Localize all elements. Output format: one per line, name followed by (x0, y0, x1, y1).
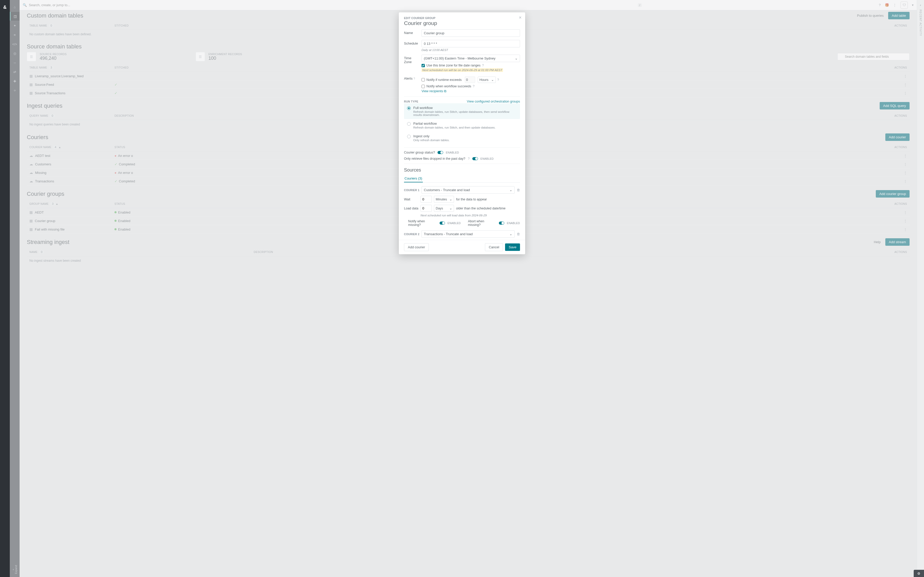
tail-text: older than the scheduled date/time (456, 206, 506, 210)
cancel-button[interactable]: Cancel (485, 243, 503, 251)
view-orch-link[interactable]: View configured orchestration groups (467, 100, 520, 103)
toggle-state: ENABLED (481, 157, 494, 160)
couriers-tab[interactable]: Couriers (3) (404, 175, 423, 182)
courier-2-block: COURIER 2 Transactions - Truncate and lo… (404, 230, 520, 238)
courier-label: COURIER 2 (404, 233, 420, 236)
toggle-label: Notify when missing? (408, 219, 437, 227)
chevron-down-icon: ⌄ (491, 78, 494, 82)
name-label: Name (404, 29, 418, 35)
alerts-label: Alerts ? (404, 75, 418, 81)
notify-success-checkbox[interactable] (422, 85, 425, 88)
select-value: Customers - Truncate and load (424, 188, 470, 192)
load-unit-select[interactable]: Days⌄ (434, 205, 454, 212)
chevron-down-icon: ⌄ (509, 188, 512, 192)
timezone-label: Time Zone (404, 55, 418, 64)
chevron-down-icon: ⌄ (509, 232, 512, 236)
toggle-label: Only retrieve files dropped in the past … (404, 157, 465, 161)
select-value: (GMT+11:00) Eastern Time - Melbourne Syd… (424, 56, 496, 60)
courier-1-select[interactable]: Customers - Truncate and load ⌄ (422, 186, 515, 194)
radio-desc: Only refresh domain tables. (413, 139, 450, 142)
courier-2-select[interactable]: Transactions - Truncate and load ⌄ (422, 230, 515, 238)
chevron-down-icon: ⌄ (449, 206, 452, 210)
select-value: Minutes (436, 198, 447, 201)
external-icon: ⧉ (444, 89, 446, 93)
wait-unit-select[interactable]: Minutes⌄ (434, 196, 454, 203)
help-icon[interactable]: ? (468, 157, 470, 161)
radio-desc: Refresh domain tables, run Stitch, updat… (413, 110, 517, 116)
help-icon[interactable]: ? (498, 78, 499, 82)
checkbox-label: Notify if runtime exceeds (426, 78, 462, 82)
radio-icon (407, 135, 411, 138)
schedule-help: Daily at 13:00 AEST (422, 48, 520, 52)
toggle-label: Abort when missing? (468, 219, 496, 227)
load-input[interactable] (420, 205, 432, 212)
chevron-down-icon: ⌄ (449, 197, 452, 201)
use-tz-checkbox[interactable] (422, 64, 425, 67)
hours-unit-select[interactable]: Hours⌄ (478, 76, 496, 83)
wait-label: Wait (404, 198, 418, 201)
abort-missing-toggle[interactable] (499, 221, 504, 225)
modal-eyebrow: EDIT COURIER GROUP (404, 16, 520, 19)
trash-icon[interactable]: 🗑 (517, 188, 520, 192)
modal-backdrop: EDIT COURIER GROUP Courier group × Name … (0, 0, 924, 577)
radio-title: Full workflow (413, 106, 517, 110)
courier-label: COURIER 1 (404, 189, 420, 192)
notify-missing-toggle[interactable] (439, 221, 445, 225)
wait-input[interactable] (420, 196, 432, 203)
select-value: Transactions - Truncate and load (424, 232, 473, 236)
run-type-partial[interactable]: Partial workflow Refresh domain tables, … (404, 119, 520, 132)
modal-title: Courier group (404, 20, 520, 26)
run-type-ingest[interactable]: Ingest only Only refresh domain tables. (404, 132, 520, 144)
tail-text: for the data to appear (456, 198, 487, 201)
radio-title: Ingest only (413, 134, 450, 138)
save-button[interactable]: Save (505, 243, 520, 251)
courier-1-block: COURIER 1 Customers - Truncate and load … (404, 186, 520, 227)
schedule-label: Schedule (404, 40, 418, 45)
view-recipients-link[interactable]: View recipients ⧉ (422, 89, 446, 93)
help-icon[interactable]: ? (473, 84, 475, 88)
add-courier-button[interactable]: Add courier (404, 243, 429, 251)
timezone-select[interactable]: (GMT+11:00) Eastern Time - Melbourne Syd… (422, 55, 520, 62)
chevron-down-icon: ⌄ (515, 56, 518, 60)
close-icon[interactable]: × (519, 15, 522, 20)
help-icon[interactable]: ? (482, 64, 484, 67)
toggle-state: ENABLED (447, 221, 461, 225)
edit-courier-group-modal: EDIT COURIER GROUP Courier group × Name … (399, 12, 525, 254)
checkbox-label: Use this time zone for file date ranges (426, 64, 481, 67)
toggle-state: ENABLED (446, 151, 459, 154)
notify-runtime-checkbox[interactable] (422, 78, 425, 81)
settings-fab[interactable]: ⚙ (914, 570, 924, 577)
gear-icon: ⚙ (917, 572, 921, 575)
load-label: Load data (404, 206, 418, 210)
sources-title: Sources (404, 168, 520, 173)
group-status-toggle[interactable] (438, 151, 443, 154)
run-type-label: RUN TYPE (404, 100, 418, 103)
past-day-toggle[interactable] (472, 157, 478, 160)
radio-desc: Refresh domain tables, run Stitch, and t… (413, 126, 496, 129)
toggle-state: ENABLED (507, 221, 520, 225)
select-value: Days (436, 206, 443, 210)
trash-icon[interactable]: 🗑 (517, 232, 520, 236)
name-input[interactable] (422, 29, 520, 37)
checkbox-label: Notify when workflow succeeds (426, 84, 471, 88)
hours-input[interactable] (465, 76, 475, 83)
help-icon[interactable]: ? (414, 77, 415, 80)
radio-icon (407, 106, 411, 110)
select-value: Hours (480, 78, 489, 82)
schedule-input[interactable] (422, 40, 520, 47)
next-load-text: Next scheduled run will load data from 2… (420, 214, 520, 217)
toggle-label: Courier group status? (404, 151, 435, 154)
run-type-full[interactable]: Full workflow Refresh domain tables, run… (404, 103, 520, 119)
radio-title: Partial workflow (413, 122, 496, 126)
radio-icon (407, 122, 411, 126)
next-run-text: Next scheduled run will be on 2024-06-29… (422, 68, 503, 72)
